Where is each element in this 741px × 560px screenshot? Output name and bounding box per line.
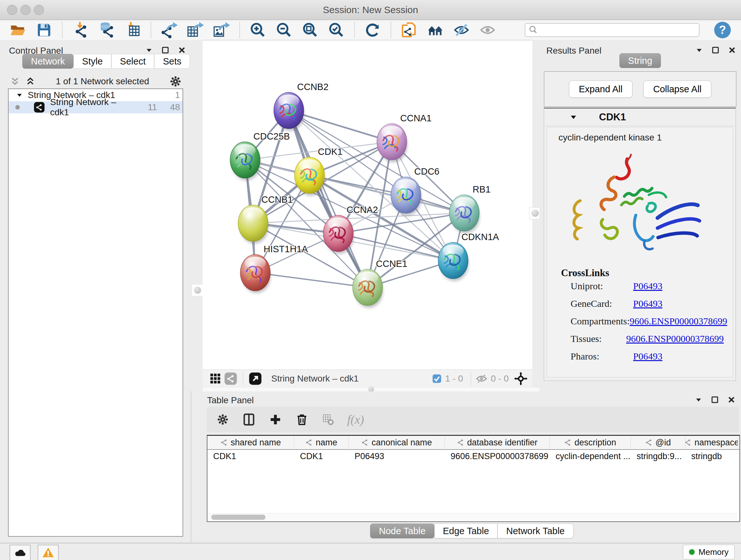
cloud-button[interactable] <box>10 545 30 560</box>
tab-network-table[interactable]: Network Table <box>497 523 573 538</box>
results-buttons-card: Expand All Collapse All <box>544 71 737 107</box>
network-node-hist1h1a[interactable]: HIST1H1A <box>240 244 308 293</box>
network-node-ccna1[interactable]: CCNA1 <box>377 113 431 162</box>
control-panel: Control Panel NetworkStyleSelectSets 1 o… <box>0 40 191 543</box>
table-hscrollbar-thumb[interactable] <box>211 515 266 520</box>
first-neighbors-button[interactable] <box>426 21 444 39</box>
help-button[interactable]: ? <box>714 22 731 38</box>
crosslink-link[interactable]: P06493 <box>633 351 663 368</box>
tab-style[interactable]: Style <box>73 54 111 69</box>
tree-disclosure-icon[interactable] <box>16 91 23 99</box>
expand-all-button[interactable]: Expand All <box>569 80 632 98</box>
crosslink-row: Compartments: 9606.ENSP00000378699 <box>570 316 724 333</box>
memory-label: Memory <box>698 547 729 557</box>
network-label: String Network – cdk1 <box>50 97 134 118</box>
control-panel-float-icon[interactable] <box>161 46 170 55</box>
function-builder-button[interactable]: f(x) <box>347 413 364 427</box>
column-header-shared-name[interactable]: shared name <box>207 436 294 449</box>
add-column-icon[interactable] <box>269 413 282 426</box>
table-panel-close-icon[interactable] <box>727 395 736 404</box>
import-table-file-button[interactable] <box>124 21 142 39</box>
zoom-fit-button[interactable] <box>301 21 319 39</box>
network-node-ccne1[interactable]: CCNE1 <box>353 259 407 308</box>
network-node-ccnb2[interactable]: CCNB2 <box>274 82 328 131</box>
network-edge[interactable] <box>289 111 392 142</box>
export-table-button[interactable] <box>186 21 204 39</box>
memory-button[interactable]: Memory <box>683 545 735 559</box>
network-share-icon[interactable] <box>223 370 239 388</box>
table-panel-collapse-icon[interactable] <box>694 395 703 404</box>
hidden-eye-slash-icon[interactable] <box>475 373 488 385</box>
zoom-out-button[interactable] <box>275 21 293 39</box>
open-file-button[interactable] <box>9 21 27 39</box>
search-input[interactable] <box>525 23 699 37</box>
table-settings-gear-icon[interactable] <box>216 413 229 426</box>
network-edge[interactable] <box>289 111 367 287</box>
column-header-database-identifier[interactable]: database identifier <box>445 436 550 449</box>
results-entry-header[interactable]: CDK1 <box>544 109 736 126</box>
clone-network-button[interactable] <box>400 21 418 39</box>
tab-select[interactable]: Select <box>111 54 154 69</box>
network-view-title: String Network – cdk1 <box>271 374 432 384</box>
crosslink-label: GeneCard: <box>570 298 633 316</box>
import-network-file-icon <box>72 22 89 38</box>
column-header-namespace[interactable]: namespace <box>685 436 738 449</box>
crosslink-link[interactable]: 9606.ENSP00000378699 <box>630 316 727 333</box>
import-network-file-button[interactable] <box>71 21 89 39</box>
tab-network[interactable]: Network <box>22 54 73 69</box>
table-hscrollbar-track[interactable] <box>208 513 738 521</box>
birdseye-view-icon[interactable] <box>208 370 223 388</box>
table-panel: Table Panel f(x) shared namenamecanonica… <box>203 391 741 543</box>
network-node-cdc6[interactable]: CDC6 <box>391 166 440 215</box>
network-canvas[interactable]: CCNB2 CCNA1 CDC25B CDK1 CDC6 RB1 CCNB1 <box>203 41 532 369</box>
column-type-icon <box>685 439 691 446</box>
control-panel-close-icon[interactable] <box>178 46 186 55</box>
network-tree-row[interactable]: String Network – cdk1 11 48 <box>9 101 183 113</box>
expand-all-networks-icon[interactable] <box>25 76 36 87</box>
tab-node-table[interactable]: Node Table <box>370 523 434 538</box>
zoom-in-button[interactable] <box>249 21 267 39</box>
hide-selected-button[interactable] <box>453 21 470 39</box>
crosslink-link[interactable]: P06493 <box>633 281 663 298</box>
tab-edge-table[interactable]: Edge Table <box>434 523 498 538</box>
network-options-gear-icon[interactable] <box>169 75 182 88</box>
node-label: CDKN1A <box>461 232 499 242</box>
crosslink-link[interactable]: P06493 <box>633 298 663 316</box>
refresh-layout-button[interactable] <box>364 21 382 39</box>
crosslink-link[interactable]: 9606.ENSP00000378699 <box>626 333 724 351</box>
tab-sets[interactable]: Sets <box>154 54 190 69</box>
delete-table-icon[interactable] <box>322 413 334 426</box>
column-header--id[interactable]: @id <box>631 436 685 449</box>
detach-view-icon[interactable] <box>248 370 263 388</box>
node-label: CDC25B <box>253 131 290 141</box>
zoom-selected-button[interactable] <box>327 21 345 39</box>
table-row[interactable]: CDK1CDK1P064939606.ENSP00000378699cyclin… <box>207 450 739 462</box>
column-header-canonical-name[interactable]: canonical name <box>349 436 445 449</box>
export-image-button[interactable] <box>212 21 230 39</box>
left-splitter-handle[interactable] <box>192 284 204 296</box>
delete-column-icon[interactable] <box>295 413 309 427</box>
results-panel: Results Panel String Expand All Collapse… <box>539 40 741 391</box>
network-node-cdkn1a[interactable]: CDKN1A <box>438 232 499 281</box>
column-header-name[interactable]: name <box>294 436 349 449</box>
pan-crosshair-icon[interactable] <box>512 370 530 388</box>
show-columns-icon[interactable] <box>242 413 256 427</box>
network-node-ccna2[interactable]: CCNA2 <box>323 205 378 254</box>
warnings-button[interactable] <box>38 545 59 560</box>
network-node-rb1[interactable]: RB1 <box>449 184 490 233</box>
save-session-button[interactable] <box>35 21 53 39</box>
column-label: description <box>575 438 616 448</box>
selected-checkbox-icon[interactable] <box>432 374 442 384</box>
import-network-database-button[interactable] <box>98 21 116 39</box>
entry-collapse-triangle-icon[interactable] <box>569 113 578 122</box>
control-panel-collapse-icon[interactable] <box>145 46 153 54</box>
table-panel-float-icon[interactable] <box>711 395 719 404</box>
tab-string[interactable]: String <box>619 53 661 68</box>
node-label: HIST1H1A <box>264 244 308 254</box>
collapse-all-networks-icon[interactable] <box>10 76 20 87</box>
show-all-button[interactable] <box>479 21 496 39</box>
network-edge[interactable] <box>255 273 367 287</box>
column-header-description[interactable]: description <box>550 436 631 449</box>
collapse-all-button[interactable]: Collapse All <box>643 80 712 98</box>
export-network-button[interactable] <box>160 21 178 39</box>
